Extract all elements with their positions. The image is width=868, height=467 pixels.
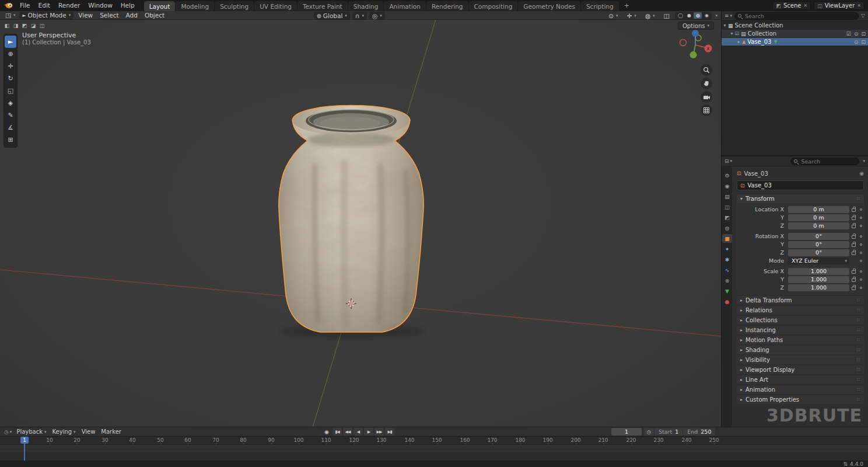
frame-end-field[interactable]: End 250 (683, 428, 715, 435)
vase-model[interactable] (279, 105, 424, 332)
workspace-tab-layout[interactable]: Layout (144, 1, 176, 11)
overlays-button[interactable]: ◍ ▾ (642, 12, 658, 19)
blender-logo-icon[interactable] (4, 2, 13, 9)
timeline-menu-playback[interactable]: Playback ▾ (13, 428, 49, 435)
move-tool[interactable]: ✛ (5, 60, 16, 72)
properties-editor-button[interactable]: ⊟ ▾ (724, 158, 732, 164)
navigation-gizmo[interactable]: X (677, 27, 714, 64)
menu-help[interactable]: Help (117, 0, 139, 11)
location-y-field[interactable]: 0 m (788, 214, 849, 221)
properties-tab-view-layer[interactable]: ◫ (722, 203, 732, 211)
object-visibility-button[interactable]: ⊙ ▾ (606, 12, 621, 19)
workspace-tab-rendering[interactable]: Rendering (426, 1, 468, 11)
auto-keying-toggle[interactable]: ◉ (322, 428, 331, 435)
lock-icon[interactable] (852, 235, 856, 239)
select-mode-extend[interactable]: ◨ (12, 22, 20, 29)
hide-eye-icon[interactable]: ⊙ (854, 39, 859, 45)
workspace-tab-geometry-nodes[interactable]: Geometry Nodes (518, 1, 580, 11)
section-custom-properties[interactable]: ▸ Custom Properties ∷ (737, 395, 864, 404)
menu-view[interactable]: View (75, 12, 96, 19)
shading-solid-button[interactable]: ● (685, 12, 693, 19)
workspace-tab-animation[interactable]: Animation (384, 1, 426, 11)
menu-window[interactable]: Window (84, 0, 116, 11)
collection-checkbox-icon[interactable]: ☑ (735, 31, 739, 36)
zoom-button[interactable] (701, 64, 712, 76)
animate-decorator-icon[interactable] (860, 252, 862, 254)
section-relations[interactable]: ▸ Relations ∷ (737, 306, 864, 315)
section-line-art[interactable]: ▸ Line Art ∷ (737, 375, 864, 384)
disclosure-down-icon[interactable]: ▾ (722, 23, 728, 28)
outliner-editor-button[interactable]: ≡ ▾ (724, 13, 732, 19)
xray-toggle[interactable]: ◫ (661, 12, 673, 19)
animate-decorator-icon[interactable] (860, 208, 862, 211)
properties-tab-data[interactable]: ▼ (722, 287, 732, 295)
playhead-line[interactable] (24, 444, 25, 461)
timeline-menu-marker[interactable]: Marker (98, 428, 124, 435)
disable-render-icon[interactable]: ⊡ (861, 39, 866, 45)
next-keyframe-button[interactable]: ▶▶ (374, 428, 384, 435)
transform-panel-header[interactable]: ▾ Transform ∷ (737, 194, 864, 203)
view-layer-selector[interactable]: ◫ ViewLayer ✕ (814, 1, 864, 10)
lock-icon[interactable] (852, 243, 856, 247)
current-frame-field[interactable]: 1 (611, 428, 642, 435)
disable-render-icon[interactable]: ⊡ (861, 31, 866, 37)
section-delta-transform[interactable]: ▸ Delta Transform ∷ (737, 296, 864, 305)
properties-tab-scene[interactable]: ◩ (722, 213, 732, 222)
pin-icon[interactable]: ◉ (859, 170, 864, 176)
shading-dropdown-icon[interactable]: ▾ (715, 13, 718, 18)
properties-tab-particles[interactable]: ✱ (722, 255, 732, 264)
hide-eye-icon[interactable]: ⊙ (854, 31, 859, 37)
lock-icon[interactable] (852, 252, 856, 255)
section-animation[interactable]: ▸ Animation ∷ (737, 385, 864, 394)
workspace-tab-modeling[interactable]: Modeling (176, 1, 214, 11)
properties-tab-world[interactable]: ◍ (722, 224, 732, 232)
animate-decorator-icon[interactable] (860, 270, 862, 273)
workspace-tab-scripting[interactable]: Scripting (581, 1, 619, 11)
section-motion-paths[interactable]: ▸ Motion Paths ∷ (737, 336, 864, 344)
frame-start-field[interactable]: Start 1 (654, 428, 682, 435)
select-mode-intersect[interactable]: ◫ (38, 22, 46, 29)
timeline-tracks[interactable] (0, 444, 868, 461)
location-x-field[interactable]: 0 m (788, 206, 849, 213)
use-preview-range-toggle[interactable]: ◷ (644, 428, 654, 435)
select-mode-invert[interactable]: ◪ (29, 22, 37, 29)
animate-decorator-icon[interactable] (860, 278, 862, 281)
cursor-tool[interactable]: ⊕ (5, 48, 16, 60)
timeline-editor-button[interactable]: ◷ ▾ (2, 429, 13, 435)
scale-tool[interactable]: ◱ (5, 85, 16, 97)
pan-button[interactable] (701, 78, 712, 89)
jump-to-end-button[interactable]: ▶▮ (385, 428, 394, 435)
lock-icon[interactable] (852, 208, 856, 212)
workspace-tab-compositing[interactable]: Compositing (469, 1, 518, 11)
rotate-tool[interactable]: ↻ (5, 72, 16, 85)
workspace-tab-sculpting[interactable]: Sculpting (215, 1, 254, 11)
rotation-x-field[interactable]: 0° (788, 233, 849, 240)
annotate-tool[interactable]: ✎ (5, 109, 16, 121)
filter-dropdown-icon[interactable]: ▾ (863, 159, 865, 163)
jump-to-start-button[interactable]: ▮◀ (332, 428, 342, 435)
properties-tab-render[interactable]: ◉ (722, 182, 732, 190)
animate-decorator-icon[interactable] (860, 260, 862, 262)
menu-render[interactable]: Render (54, 0, 84, 11)
add-workspace-button[interactable]: + (620, 2, 634, 9)
properties-tab-object[interactable]: ■ (722, 234, 732, 243)
timeline-ruler[interactable]: 1020304050607080901001101201301401501601… (0, 436, 868, 444)
workspace-tab-shading[interactable]: Shading (348, 1, 384, 11)
playhead-frame-badge[interactable]: 1 (20, 437, 29, 444)
properties-tab-physics[interactable]: ∿ (722, 266, 732, 274)
previous-keyframe-button[interactable]: ◀◀ (343, 428, 352, 435)
mode-select[interactable]: ► Object Mode ▾ (19, 12, 74, 19)
rotation-mode-select[interactable]: XYZ Euler ▾ (788, 257, 849, 264)
add-cube-tool[interactable]: ⊞ (5, 134, 16, 146)
section-visibility[interactable]: ▸ Visibility ∷ (737, 356, 864, 364)
play-button[interactable]: ▶ (364, 428, 373, 435)
orientation-select[interactable]: ◍ Global ▾ (314, 12, 350, 19)
properties-tab-tool[interactable]: ⚙ (722, 171, 732, 180)
measure-tool[interactable]: ∡ (5, 121, 16, 134)
menu-select[interactable]: Select (96, 12, 122, 19)
axis-minus-x[interactable] (680, 40, 687, 46)
scene-selector[interactable]: ◩ Scene ✕ (772, 1, 811, 10)
tweak-select-tool[interactable]: ► (5, 36, 16, 48)
lock-icon[interactable] (852, 278, 856, 282)
unlink-scene-icon[interactable]: ✕ (803, 3, 807, 8)
